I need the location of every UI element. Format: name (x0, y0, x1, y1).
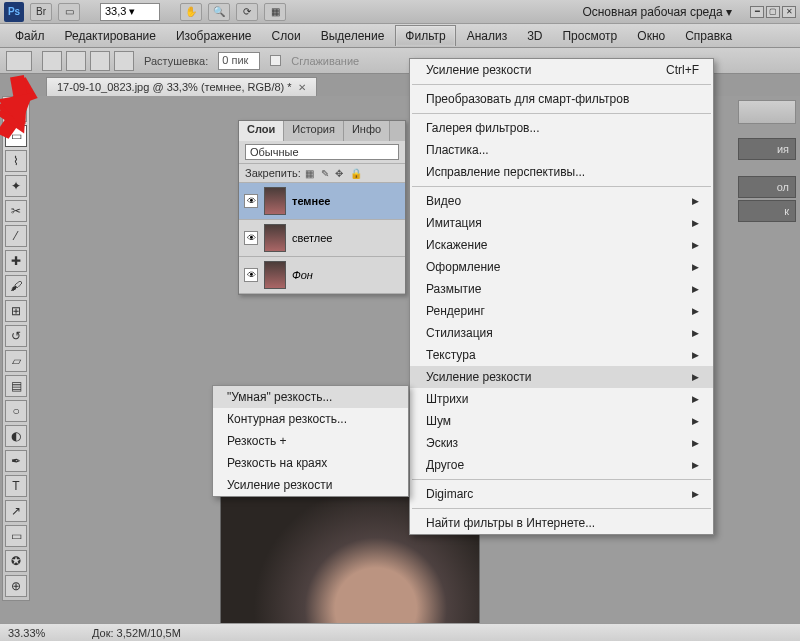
dock-header[interactable] (738, 100, 796, 124)
filter-gallery[interactable]: Галерея фильтров... (410, 117, 713, 139)
filter-digimarc[interactable]: Digimarc▶ (410, 483, 713, 505)
visibility-icon[interactable]: 👁 (244, 268, 258, 282)
wand-tool[interactable]: ✦ (5, 175, 27, 197)
screenmode-icon[interactable]: ▭ (58, 3, 80, 21)
filter-group-video[interactable]: Видео▶ (410, 190, 713, 212)
filter-group-distort[interactable]: Искажение▶ (410, 234, 713, 256)
minimize-button[interactable]: ━ (750, 6, 764, 18)
filter-group-other[interactable]: Другое▶ (410, 454, 713, 476)
healing-tool[interactable]: ✚ (5, 250, 27, 272)
3d-tool[interactable]: ✪ (5, 550, 27, 572)
status-zoom[interactable]: 33.33% (8, 627, 68, 639)
sharpen-smart[interactable]: "Умная" резкость... (213, 386, 408, 408)
close-button[interactable]: ✕ (782, 6, 796, 18)
menu-analysis[interactable]: Анализ (458, 26, 517, 46)
visibility-icon[interactable]: 👁 (244, 194, 258, 208)
dock-tab[interactable]: ия (738, 138, 796, 160)
menu-help[interactable]: Справка (676, 26, 741, 46)
filter-group-artistic[interactable]: Имитация▶ (410, 212, 713, 234)
feather-input[interactable]: 0 пик (218, 52, 260, 70)
layer-row[interactable]: 👁 темнее (239, 183, 405, 220)
sharpen-basic[interactable]: Усиление резкости (213, 474, 408, 496)
menu-file[interactable]: Файл (6, 26, 54, 46)
filter-group-blur[interactable]: Размытие▶ (410, 278, 713, 300)
gradient-tool[interactable]: ▤ (5, 375, 27, 397)
selmode-intersect[interactable] (114, 51, 134, 71)
document-close-icon[interactable]: ✕ (298, 82, 306, 93)
3d-camera-tool[interactable]: ⊕ (5, 575, 27, 597)
bridge-icon[interactable]: Br (30, 3, 52, 21)
filter-smart[interactable]: Преобразовать для смарт-фильтров (410, 88, 713, 110)
filter-liquify[interactable]: Пластика... (410, 139, 713, 161)
sharpen-edges[interactable]: Резкость на краях (213, 452, 408, 474)
document-tab[interactable]: 17-09-10_0823.jpg @ 33,3% (темнее, RGB/8… (46, 77, 317, 96)
selmode-add[interactable] (66, 51, 86, 71)
layer-name[interactable]: темнее (292, 195, 330, 207)
layer-thumbnail[interactable] (264, 261, 286, 289)
brush-tool[interactable]: 🖌 (5, 275, 27, 297)
filter-last[interactable]: Усиление резкости Ctrl+F (410, 59, 713, 81)
filter-group-texture[interactable]: Текстура▶ (410, 344, 713, 366)
crop-tool[interactable]: ✂ (5, 200, 27, 222)
path-tool[interactable]: ↗ (5, 500, 27, 522)
sharpen-more[interactable]: Резкость + (213, 430, 408, 452)
filter-vanishing[interactable]: Исправление перспективы... (410, 161, 713, 183)
submenu-arrow-icon: ▶ (692, 489, 699, 499)
zoom-level-field[interactable]: 33,3 ▾ (100, 3, 160, 21)
blur-tool[interactable]: ○ (5, 400, 27, 422)
filter-group-stylize[interactable]: Стилизация▶ (410, 322, 713, 344)
workspace: ↖ ▭ ⌇ ✦ ✂ ∕ ✚ 🖌 ⊞ ↺ ▱ ▤ ○ ◐ ✒ T ↗ ▭ ✪ ⊕ … (0, 96, 800, 623)
pen-tool[interactable]: ✒ (5, 450, 27, 472)
dock-tab[interactable]: к (738, 200, 796, 222)
rotate-icon[interactable]: ⟳ (236, 3, 258, 21)
history-brush-tool[interactable]: ↺ (5, 325, 27, 347)
maximize-button[interactable]: ▢ (766, 6, 780, 18)
lasso-tool[interactable]: ⌇ (5, 150, 27, 172)
dodge-tool[interactable]: ◐ (5, 425, 27, 447)
lock-icons[interactable]: ▦ ✎ ✥ 🔒 (305, 168, 364, 179)
selmode-new[interactable] (42, 51, 62, 71)
workspace-switcher[interactable]: Основная рабочая среда ▾ (582, 5, 736, 19)
layer-name[interactable]: Фон (292, 269, 313, 281)
menu-filter[interactable]: Фильтр (395, 25, 455, 46)
tool-preset-icon[interactable] (6, 51, 32, 71)
layer-thumbnail[interactable] (264, 187, 286, 215)
type-tool[interactable]: T (5, 475, 27, 497)
layer-name[interactable]: светлее (292, 232, 332, 244)
filter-group-render[interactable]: Рендеринг▶ (410, 300, 713, 322)
sharpen-unsharp[interactable]: Контурная резкость... (213, 408, 408, 430)
filter-group-strokes[interactable]: Штрихи▶ (410, 388, 713, 410)
dock-tab[interactable]: ол (738, 176, 796, 198)
menu-view[interactable]: Просмотр (553, 26, 626, 46)
panel-tab-history[interactable]: История (284, 121, 344, 141)
menu-window[interactable]: Окно (628, 26, 674, 46)
layer-row[interactable]: 👁 Фон (239, 257, 405, 294)
menu-image[interactable]: Изображение (167, 26, 261, 46)
shape-tool[interactable]: ▭ (5, 525, 27, 547)
selmode-sub[interactable] (90, 51, 110, 71)
submenu-arrow-icon: ▶ (692, 328, 699, 338)
hand-icon[interactable]: ✋ (180, 3, 202, 21)
menu-select[interactable]: Выделение (312, 26, 394, 46)
filter-group-noise[interactable]: Шум▶ (410, 410, 713, 432)
eraser-tool[interactable]: ▱ (5, 350, 27, 372)
antialias-checkbox[interactable] (270, 55, 281, 66)
blend-mode-select[interactable]: Обычные (245, 144, 399, 160)
filter-group-sharpen[interactable]: Усиление резкости▶ (410, 366, 713, 388)
arrange-icon[interactable]: ▦ (264, 3, 286, 21)
filter-online[interactable]: Найти фильтры в Интернете... (410, 512, 713, 534)
menu-edit[interactable]: Редактирование (56, 26, 165, 46)
menu-layers[interactable]: Слои (263, 26, 310, 46)
stamp-tool[interactable]: ⊞ (5, 300, 27, 322)
zoom-icon[interactable]: 🔍 (208, 3, 230, 21)
visibility-icon[interactable]: 👁 (244, 231, 258, 245)
layer-row[interactable]: 👁 светлее (239, 220, 405, 257)
filter-group-pixelate[interactable]: Оформление▶ (410, 256, 713, 278)
menu-3d[interactable]: 3D (518, 26, 551, 46)
status-docsize[interactable]: Док: 3,52M/10,5M (92, 627, 181, 639)
filter-group-sketch[interactable]: Эскиз▶ (410, 432, 713, 454)
layer-thumbnail[interactable] (264, 224, 286, 252)
panel-tab-layers[interactable]: Слои (239, 121, 284, 141)
eyedropper-tool[interactable]: ∕ (5, 225, 27, 247)
panel-tab-info[interactable]: Инфо (344, 121, 390, 141)
